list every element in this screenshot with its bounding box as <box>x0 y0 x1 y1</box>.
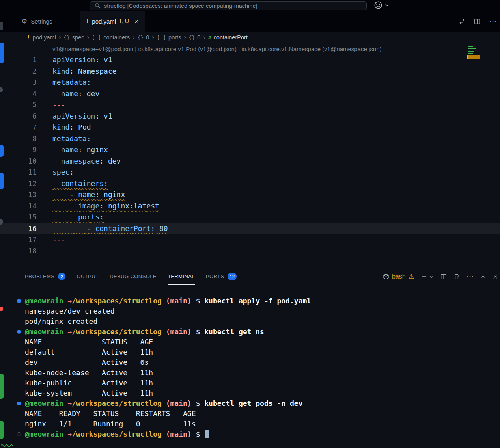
panel-tab-label: PROBLEMS <box>25 273 54 279</box>
terminal-command-line[interactable]: @meowrain →/workspaces/structlog (main) … <box>0 296 500 306</box>
open-changes-icon[interactable] <box>459 18 465 25</box>
breadcrumb-item[interactable]: #containerPort <box>208 34 248 41</box>
breadcrumb-item[interactable]: {}0 <box>189 34 201 41</box>
code-line[interactable]: 3metadata: <box>0 77 500 88</box>
terminal-output-line[interactable]: kube-node-lease Active 11h <box>0 368 500 378</box>
terminal-output-line[interactable]: kube-system Active 11h <box>0 388 500 398</box>
terminal-output-line[interactable]: namespace/dev created <box>0 306 500 316</box>
panel-tab-ports[interactable]: PORTS12 <box>206 268 237 285</box>
code-line[interactable]: 6apiVersion: v1 <box>0 111 500 122</box>
field-icon: # <box>208 35 211 41</box>
titlebar: structlog [Codespaces: animated space co… <box>0 0 500 11</box>
line-number: 3 <box>0 77 37 88</box>
object-icon: {} <box>138 35 144 41</box>
terminal-output-line[interactable]: dev Active 6s <box>0 357 500 368</box>
code-line[interactable]: 5--- <box>0 99 500 111</box>
terminal-command-line[interactable]: @meowrain →/workspaces/structlog (main) … <box>0 429 500 439</box>
new-terminal-icon[interactable] <box>421 273 427 280</box>
command-decoration-icon[interactable] <box>17 299 21 303</box>
code-line[interactable]: 11spec: <box>0 167 500 178</box>
code-line[interactable]: 17--- <box>0 234 500 245</box>
more-actions-icon[interactable]: ⋯ <box>489 17 497 26</box>
panel-tabs: PROBLEMS2OUTPUTDEBUG CONSOLETERMINALPORT… <box>25 268 248 285</box>
terminal-output-line[interactable]: pod/nginx created <box>0 316 500 327</box>
minimap-mark <box>468 51 474 52</box>
breadcrumb[interactable]: !pod.yaml›{}spec›[ ]containers›{}0›[ ]po… <box>0 32 500 43</box>
terminal-output-line[interactable]: default Active 11h <box>0 347 500 357</box>
command-decoration-icon[interactable] <box>17 402 21 405</box>
kill-terminal-icon[interactable] <box>453 273 460 280</box>
command-decoration-icon[interactable] <box>17 330 21 334</box>
warning-icon: ! <box>86 18 88 25</box>
code-line[interactable]: 1apiVersion: v1 <box>0 54 500 66</box>
terminal-command-line[interactable]: @meowrain →/workspaces/structlog (main) … <box>0 398 500 409</box>
breadcrumb-separator-icon: › <box>59 34 61 41</box>
panel-actions: bash ⚠ <box>383 268 500 285</box>
account-smiley-icon[interactable] <box>374 1 382 9</box>
code-line[interactable]: 2kind: Namespace <box>0 66 500 77</box>
code-line[interactable]: 14 image: nginx:latest <box>0 201 500 212</box>
panel-tab-debug-console[interactable]: DEBUG CONSOLE <box>110 268 157 285</box>
breadcrumb-separator-icon: › <box>132 34 134 41</box>
line-number: 14 <box>0 201 37 212</box>
close-icon[interactable] <box>134 19 139 24</box>
breadcrumb-item[interactable]: {}0 <box>138 34 149 41</box>
terminal-output-line[interactable]: NAME READY STATUS RESTARTS AGE <box>0 409 500 419</box>
command-center-search[interactable]: structlog [Codespaces: animated space co… <box>90 1 367 10</box>
yaml-schema-hint[interactable]: v1@namespace+v1@pod.json | io.k8s.api.co… <box>0 43 500 54</box>
shell-label: bash <box>392 273 406 280</box>
code-lines: 1apiVersion: v12kind: Namespace3metadata… <box>0 54 500 257</box>
shell-cube-icon <box>383 273 389 280</box>
terminal[interactable]: @meowrain →/workspaces/structlog (main) … <box>0 285 500 448</box>
bottom-panel: PROBLEMS2OUTPUTDEBUG CONSOLETERMINALPORT… <box>0 268 500 448</box>
object-icon: {} <box>189 35 195 41</box>
code-line[interactable]: 7kind: Pod <box>0 122 500 133</box>
code-line[interactable]: 15 ports: <box>0 212 500 223</box>
code-line[interactable]: 10 namespace: dev <box>0 156 500 167</box>
panel-tab-problems[interactable]: PROBLEMS2 <box>25 268 65 285</box>
code-line[interactable]: 12 containers: <box>0 178 500 190</box>
breadcrumb-item[interactable]: {}spec <box>63 34 84 41</box>
terminal-profile[interactable]: bash ⚠ <box>383 273 414 280</box>
code-line[interactable]: 4 name: dev <box>0 88 500 100</box>
code-line[interactable]: 13 - name: nginx <box>0 189 500 201</box>
split-editor-icon[interactable] <box>474 18 481 25</box>
minimap[interactable] <box>467 46 480 59</box>
breadcrumb-separator-icon: › <box>203 34 205 41</box>
split-terminal-icon[interactable] <box>440 273 447 280</box>
tab-pod-yaml[interactable]: ! pod.yaml 1, U <box>80 11 145 32</box>
breadcrumb-item[interactable]: !pod.yaml <box>27 34 56 41</box>
breadcrumb-separator-icon: › <box>152 34 154 41</box>
command-decoration-icon[interactable] <box>17 432 21 436</box>
code-line[interactable]: 18 <box>0 245 500 257</box>
tab-settings[interactable]: ⚙ Settings <box>14 11 80 32</box>
tab-label: pod.yaml <box>92 18 116 25</box>
code-line[interactable]: 16 - containerPort: 80 <box>0 223 500 234</box>
panel-tab-label: TERMINAL <box>168 273 195 279</box>
count-badge: 2 <box>58 273 65 280</box>
editor[interactable]: v1@namespace+v1@pod.json | io.k8s.api.co… <box>0 43 500 268</box>
maximize-panel-icon[interactable] <box>480 274 486 279</box>
terminal-output-line[interactable]: NAME STATUS AGE <box>0 337 500 347</box>
code-line[interactable]: 9 name: nginx <box>0 144 500 156</box>
code-line[interactable]: 8metadata: <box>0 133 500 145</box>
close-panel-icon[interactable] <box>493 274 498 279</box>
panel-header: PROBLEMS2OUTPUTDEBUG CONSOLETERMINALPORT… <box>0 268 500 285</box>
breadcrumb-separator-icon: › <box>184 34 186 41</box>
array-icon: [ ] <box>157 35 166 41</box>
chevron-down-icon[interactable] <box>384 3 389 7</box>
breadcrumb-item[interactable]: [ ]containers <box>92 34 130 41</box>
launch-profile-chevron-icon[interactable] <box>429 275 434 279</box>
terminal-output-line[interactable]: kube-public Active 11h <box>0 378 500 388</box>
breadcrumb-item[interactable]: [ ]ports <box>157 34 181 41</box>
more-actions-icon[interactable]: ⋯ <box>466 272 474 281</box>
search-text: structlog [Codespaces: animated space co… <box>104 3 257 9</box>
terminal-output-line[interactable]: nginx 1/1 Running 0 11s <box>0 419 500 429</box>
panel-tab-terminal[interactable]: TERMINAL <box>168 268 195 285</box>
minimap-mark <box>468 46 473 47</box>
breadcrumb-items: !pod.yaml›{}spec›[ ]containers›{}0›[ ]po… <box>27 34 248 41</box>
breadcrumb-separator-icon: › <box>87 34 89 41</box>
search-icon <box>95 3 101 9</box>
panel-tab-output[interactable]: OUTPUT <box>76 268 99 285</box>
terminal-command-line[interactable]: @meowrain →/workspaces/structlog (main) … <box>0 327 500 337</box>
